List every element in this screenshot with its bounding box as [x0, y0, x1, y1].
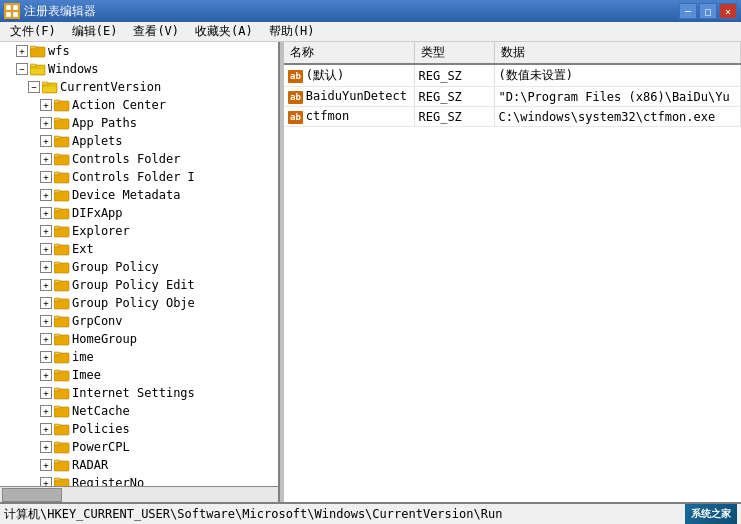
tree-expand-difxapp[interactable]: + — [40, 207, 52, 219]
tree-label-currentversion: CurrentVersion — [60, 80, 161, 94]
tree-item-currentversion[interactable]: − CurrentVersion — [0, 78, 278, 96]
svg-rect-51 — [54, 442, 60, 445]
tree-item-grouppolicyobje[interactable]: + Group Policy Obje — [0, 294, 278, 312]
tree-expand-powercpl[interactable]: + — [40, 441, 52, 453]
h-scroll-thumb[interactable] — [2, 488, 62, 502]
registry-table[interactable]: 名称 类型 数据 ab(默认)REG_SZ(数值未设置)abBaiduYunDe… — [284, 42, 741, 502]
ab-icon: ab — [288, 111, 303, 124]
tree-label-homegroup: HomeGroup — [72, 332, 137, 346]
tree-expand-netcache[interactable]: + — [40, 405, 52, 417]
tree-expand-homegroup[interactable]: + — [40, 333, 52, 345]
tree-item-registerno[interactable]: + RegisterNo — [0, 474, 278, 486]
tree-expand-ext[interactable]: + — [40, 243, 52, 255]
table-row[interactable]: ab(默认)REG_SZ(数值未设置) — [284, 64, 741, 87]
tree-item-ext[interactable]: + Ext — [0, 240, 278, 258]
tree-item-grpconv[interactable]: + GrpConv — [0, 312, 278, 330]
ab-icon: ab — [288, 70, 303, 83]
menu-help[interactable]: 帮助(H) — [261, 21, 323, 42]
tree-item-difxapp[interactable]: + DIFxApp — [0, 204, 278, 222]
svg-rect-39 — [54, 334, 60, 337]
tree-item-ime[interactable]: + ime — [0, 348, 278, 366]
tree-label-ext: Ext — [72, 242, 94, 256]
tree-expand-applets[interactable]: + — [40, 135, 52, 147]
tree-item-radar[interactable]: + RADAR — [0, 456, 278, 474]
tree-item-controlsfolder[interactable]: + Controls Folder — [0, 150, 278, 168]
status-path: 计算机\HKEY_CURRENT_USER\Software\Microsoft… — [4, 506, 685, 523]
tree-expand-controlsfolder2[interactable]: + — [40, 171, 52, 183]
tree-expand-imee[interactable]: + — [40, 369, 52, 381]
tree-expand-apppaths[interactable]: + — [40, 117, 52, 129]
tree-label-controlsfolder2: Controls Folder I — [72, 170, 195, 184]
tree-label-grouppolicyobje: Group Policy Obje — [72, 296, 195, 310]
svg-rect-53 — [54, 460, 60, 463]
window-title: 注册表编辑器 — [24, 3, 96, 20]
menu-file[interactable]: 文件(F) — [2, 21, 64, 42]
minimize-button[interactable]: ─ — [679, 3, 697, 19]
right-panel: 名称 类型 数据 ab(默认)REG_SZ(数值未设置)abBaiduYunDe… — [284, 42, 741, 502]
tree-item-devicemetadata[interactable]: + Device Metadata — [0, 186, 278, 204]
menu-view[interactable]: 查看(V) — [125, 21, 187, 42]
close-button[interactable]: ✕ — [719, 3, 737, 19]
menu-edit[interactable]: 编辑(E) — [64, 21, 126, 42]
folder-icon-currentversion — [42, 80, 58, 94]
tree-expand-wfs[interactable]: + — [16, 45, 28, 57]
tree-expand-policies[interactable]: + — [40, 423, 52, 435]
tree-expand-controlsfolder[interactable]: + — [40, 153, 52, 165]
svg-rect-0 — [6, 5, 11, 10]
svg-rect-35 — [54, 298, 60, 301]
tree-expand-ime[interactable]: + — [40, 351, 52, 363]
svg-rect-10 — [42, 82, 48, 85]
tree-expand-grouppolicyobje[interactable]: + — [40, 297, 52, 309]
tree-item-policies[interactable]: + Policies — [0, 420, 278, 438]
tree-expand-devicemetadata[interactable]: + — [40, 189, 52, 201]
tree-label-registerno: RegisterNo — [72, 476, 144, 486]
svg-rect-31 — [54, 262, 60, 265]
tree-item-explorer[interactable]: + Explorer — [0, 222, 278, 240]
table-row[interactable]: abctfmonREG_SZC:\windows\system32\ctfmon… — [284, 107, 741, 127]
tree-item-wfs[interactable]: + wfs — [0, 42, 278, 60]
maximize-button[interactable]: □ — [699, 3, 717, 19]
svg-rect-5 — [30, 46, 36, 49]
tree-expand-windows[interactable]: − — [16, 63, 28, 75]
table-row[interactable]: abBaiduYunDetectREG_SZ"D:\Program Files … — [284, 87, 741, 107]
tree-expand-registerno[interactable]: + — [40, 477, 52, 486]
tree-expand-grouppolicyedit[interactable]: + — [40, 279, 52, 291]
svg-rect-11 — [43, 87, 56, 92]
folder-icon-grouppolicy — [54, 260, 70, 274]
tree-label-ime: ime — [72, 350, 94, 364]
tree-label-policies: Policies — [72, 422, 130, 436]
tree-item-netcache[interactable]: + NetCache — [0, 402, 278, 420]
tree-expand-actioncenter[interactable]: + — [40, 99, 52, 111]
svg-rect-33 — [54, 280, 60, 283]
cell-data-row-ctfmon: C:\windows\system32\ctfmon.exe — [494, 107, 741, 127]
tree-item-controlsfolder2[interactable]: + Controls Folder I — [0, 168, 278, 186]
menu-bar: 文件(F) 编辑(E) 查看(V) 收藏夹(A) 帮助(H) — [0, 22, 741, 42]
tree-item-apppaths[interactable]: + App Paths — [0, 114, 278, 132]
col-type-header: 类型 — [414, 42, 494, 64]
svg-rect-43 — [54, 370, 60, 373]
tree-expand-internetsettings[interactable]: + — [40, 387, 52, 399]
tree-scroll[interactable]: + wfs− Windows− CurrentVersion+ Action C… — [0, 42, 278, 486]
tree-expand-grouppolicy[interactable]: + — [40, 261, 52, 273]
menu-favorites[interactable]: 收藏夹(A) — [187, 21, 261, 42]
tree-label-wfs: wfs — [48, 44, 70, 58]
tree-expand-explorer[interactable]: + — [40, 225, 52, 237]
tree-item-grouppolicy[interactable]: + Group Policy — [0, 258, 278, 276]
svg-rect-23 — [54, 190, 60, 193]
tree-label-powercpl: PowerCPL — [72, 440, 130, 454]
horizontal-scrollbar[interactable] — [0, 486, 278, 502]
tree-item-actioncenter[interactable]: + Action Center — [0, 96, 278, 114]
tree-expand-radar[interactable]: + — [40, 459, 52, 471]
tree-item-grouppolicyedit[interactable]: + Group Policy Edit — [0, 276, 278, 294]
tree-item-applets[interactable]: + Applets — [0, 132, 278, 150]
col-data-header: 数据 — [494, 42, 741, 64]
svg-rect-8 — [31, 69, 44, 74]
tree-expand-currentversion[interactable]: − — [28, 81, 40, 93]
cell-type-row-baidu: REG_SZ — [414, 87, 494, 107]
tree-item-internetsettings[interactable]: + Internet Settings — [0, 384, 278, 402]
tree-item-homegroup[interactable]: + HomeGroup — [0, 330, 278, 348]
tree-item-windows[interactable]: − Windows — [0, 60, 278, 78]
tree-item-powercpl[interactable]: + PowerCPL — [0, 438, 278, 456]
tree-expand-grpconv[interactable]: + — [40, 315, 52, 327]
tree-item-imee[interactable]: + Imee — [0, 366, 278, 384]
